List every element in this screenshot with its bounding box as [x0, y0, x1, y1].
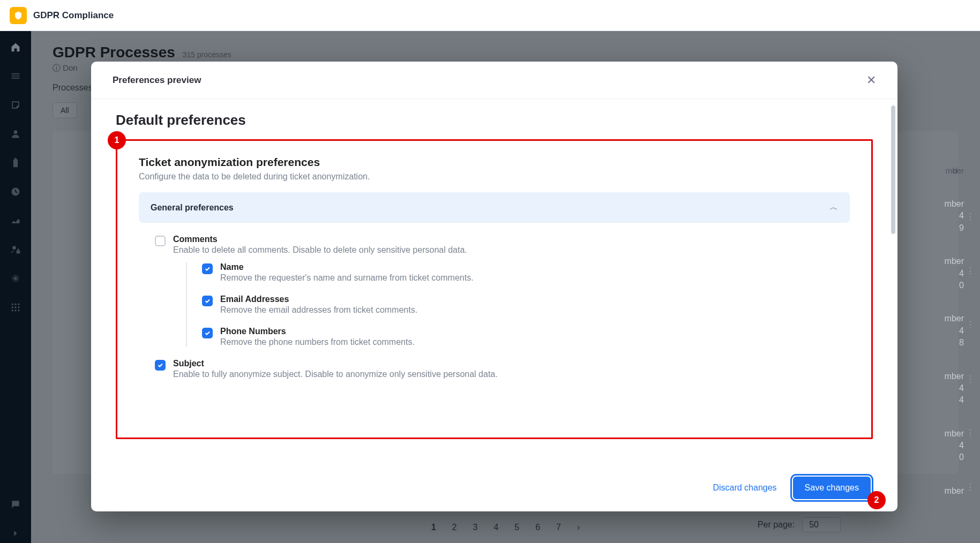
checkbox-comments[interactable]	[155, 236, 166, 246]
kebab-icon[interactable]: ⋮	[966, 482, 975, 492]
checkbox-subject[interactable]	[155, 360, 166, 371]
pref-subject: Subject Enable to fully anonymize subjec…	[155, 359, 850, 379]
discard-button[interactable]: Discard changes	[713, 483, 776, 493]
kebab-icon[interactable]: ⋮	[966, 320, 975, 330]
modal-body: Default preferences 1 Ticket anonymizati…	[91, 99, 897, 464]
pref-name: Name Remove the requester's name and sur…	[202, 262, 850, 283]
pref-email-desc: Remove the email addresses from ticket c…	[220, 305, 417, 315]
kebab-icon[interactable]: ⋮	[966, 266, 975, 276]
section-desc: Configure the data to be deleted during …	[139, 172, 850, 182]
pref-name-desc: Remove the requester's name and surname …	[220, 273, 474, 283]
annotation-badge-1: 1	[108, 131, 126, 149]
pref-phone: Phone Numbers Remove the phone numbers f…	[202, 327, 850, 347]
checkbox-email[interactable]	[202, 296, 213, 306]
pref-comments-label: Comments	[173, 235, 467, 244]
row-kebabs: ⋮ ⋮ ⋮ ⋮ ⋮ ⋮	[966, 212, 975, 492]
close-icon[interactable]: ✕	[866, 73, 876, 87]
modal-header: Preferences preview ✕	[91, 62, 897, 99]
pref-comments: Comments Enable to delete all comments. …	[155, 235, 850, 255]
app-icon	[10, 7, 27, 24]
pref-email: Email Addresses Remove the email address…	[202, 295, 850, 315]
section-title: Ticket anonymization preferences	[139, 156, 850, 169]
bg-table-fragment: mber 4 9 mber 4 0 mber 4 8 mber 4 4 mber…	[945, 198, 964, 497]
checkbox-phone[interactable]	[202, 328, 213, 338]
kebab-icon[interactable]: ⋮	[966, 374, 975, 384]
modal-header-title: Preferences preview	[113, 75, 201, 86]
pref-subject-label: Subject	[173, 359, 498, 368]
modal-footer: Discard changes Save changes 2	[91, 464, 897, 511]
scrollbar[interactable]	[891, 105, 895, 234]
accordion-label: General preferences	[151, 203, 234, 213]
pref-phone-label: Phone Numbers	[220, 327, 415, 336]
chevron-up-icon: ︿	[829, 202, 838, 213]
save-button[interactable]: Save changes	[793, 477, 871, 499]
checkbox-name[interactable]	[202, 263, 213, 274]
kebab-icon[interactable]: ⋮	[966, 428, 975, 438]
top-bar: GDPR Compliance	[0, 0, 980, 31]
accordion-general[interactable]: General preferences ︿	[139, 192, 850, 223]
app-title: GDPR Compliance	[33, 10, 114, 21]
pref-name-label: Name	[220, 262, 474, 272]
annotation-badge-2: 2	[867, 491, 886, 509]
kebab-icon[interactable]: ⋮	[966, 212, 975, 222]
pref-comments-desc: Enable to delete all comments. Disable t…	[173, 245, 467, 255]
annotation-box-1: 1 Ticket anonymization preferences Confi…	[116, 139, 873, 439]
modal-title: Default preferences	[116, 112, 873, 129]
pref-subject-desc: Enable to fully anonymize subject. Disab…	[173, 369, 498, 379]
preferences-modal: Preferences preview ✕ Default preference…	[91, 62, 897, 511]
pref-phone-desc: Remove the phone numbers from ticket com…	[220, 337, 415, 347]
pref-email-label: Email Addresses	[220, 295, 417, 304]
